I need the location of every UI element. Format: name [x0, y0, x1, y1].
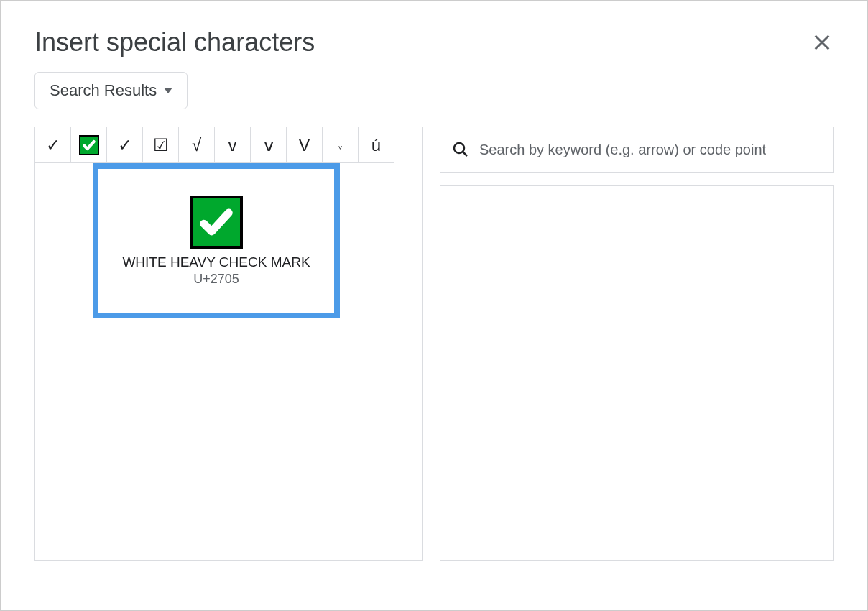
svg-line-3	[463, 152, 467, 156]
green-check-icon	[79, 135, 99, 155]
char-cell-heavy-check-mark[interactable]: ✓	[107, 127, 143, 163]
char-cell-check-mark[interactable]: ✓	[35, 127, 71, 163]
char-cell-latin-cap-v[interactable]: V	[287, 127, 323, 163]
category-dropdown[interactable]: Search Results	[34, 72, 188, 109]
insert-special-characters-dialog: Insert special characters Search Results…	[1, 1, 867, 587]
preview-codepoint: U+2705	[193, 272, 239, 287]
search-input[interactable]	[479, 142, 821, 158]
preview-name: WHITE HEAVY CHECK MARK	[122, 254, 310, 270]
character-preview-popup: WHITE HEAVY CHECK MARK U+2705	[93, 163, 340, 318]
chevron-down-icon	[164, 88, 172, 93]
svg-point-2	[454, 143, 464, 153]
char-cell-square-root[interactable]: √	[179, 127, 215, 163]
content-area: ✓✓☑√vᴠVᵥú WHITE HEAVY CHECK MARK U+2705	[34, 127, 834, 561]
dialog-header: Insert special characters	[34, 27, 834, 58]
char-cell-latin-sub-v[interactable]: ᵥ	[323, 127, 359, 163]
search-box[interactable]	[440, 127, 834, 173]
preview-glyph	[190, 196, 243, 249]
character-grid-panel: ✓✓☑√vᴠVᵥú WHITE HEAVY CHECK MARK U+2705	[34, 127, 423, 561]
right-panel	[440, 127, 834, 561]
character-grid: ✓✓☑√vᴠVᵥú	[35, 127, 422, 163]
dialog-title: Insert special characters	[34, 27, 315, 58]
char-cell-latin-v-1[interactable]: v	[215, 127, 251, 163]
dropdown-label: Search Results	[50, 81, 157, 100]
check-icon	[198, 203, 235, 241]
char-cell-white-heavy-check-mark[interactable]	[71, 127, 107, 163]
close-button[interactable]	[811, 31, 834, 54]
draw-character-box[interactable]	[440, 185, 834, 561]
search-icon	[452, 141, 469, 158]
close-icon	[812, 32, 832, 52]
char-cell-latin-v-2[interactable]: ᴠ	[251, 127, 287, 163]
char-cell-ballot-box-check[interactable]: ☑	[143, 127, 179, 163]
char-cell-latin-u-acute[interactable]: ú	[359, 127, 394, 163]
